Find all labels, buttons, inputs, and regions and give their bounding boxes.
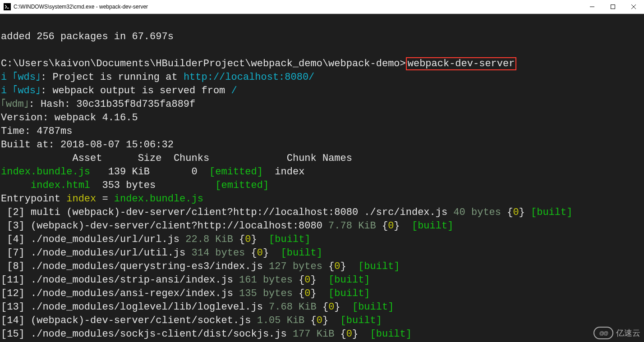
built-tag: [built] — [275, 247, 322, 259]
asset-chunkname: index — [275, 166, 304, 178]
brace: } — [251, 234, 257, 245]
brace: { — [382, 220, 388, 232]
mod-size: 22.8 KiB — [179, 234, 239, 245]
brace: } — [311, 288, 317, 299]
wds-text: : webpack output is served from — [41, 85, 231, 96]
version-label: Version: webpack — [1, 112, 102, 123]
serve-path: / — [231, 85, 237, 96]
built-tag: [built] — [406, 220, 454, 232]
entry-name: index — [66, 193, 96, 205]
built-tag: [built] — [334, 315, 382, 326]
built-tag: [built] — [263, 234, 311, 245]
brace: { — [311, 315, 317, 326]
brace: } — [519, 207, 525, 218]
built-tag: [built] — [352, 261, 400, 272]
built-tag: [built] — [525, 207, 573, 218]
command-typed: webpack-dev-server — [406, 57, 517, 70]
maximize-button[interactable] — [603, 0, 623, 14]
output-line: added 256 packages in 67.697s — [1, 31, 174, 42]
asset-status: [emitted] — [215, 180, 269, 191]
mod-id: [13] — [1, 301, 31, 313]
mod-path: (webpack)-dev-server/client?http://local… — [31, 220, 322, 232]
mod-path: ./node_modules/sockjs-client/dist/sockjs… — [31, 328, 287, 340]
mod-id: [12] — [1, 288, 31, 299]
built-time: 15:06:32 — [126, 139, 174, 150]
brace: } — [394, 220, 400, 232]
built-tag: [built] — [322, 288, 370, 299]
mod-size: 314 bytes — [185, 247, 251, 259]
wds-tag: i ｢wds｣ — [1, 85, 41, 96]
chunk-n: 0 — [513, 207, 519, 218]
asset-chunks: 0 — [192, 166, 198, 178]
mod-path: multi (webpack)-dev-server/client?http:/… — [31, 207, 447, 218]
mod-id: [15] — [1, 328, 31, 340]
mod-path: ./node_modules/strip-ansi/index.js — [31, 274, 233, 286]
window-controls — [582, 0, 644, 14]
col-chunknames: Chunk Names — [287, 153, 352, 164]
window-titlebar: C:\WINDOWS\system32\cmd.exe - webpack-de… — [0, 0, 644, 14]
chunk-n: 0 — [346, 328, 352, 340]
mod-size: 177 KiB — [287, 328, 340, 340]
time-value: 4787ms — [37, 126, 72, 137]
mod-path: ./node_modules/url/url.js — [31, 234, 179, 245]
chunk-n: 0 — [257, 247, 263, 259]
built-tag: [built] — [346, 301, 394, 313]
svg-rect-2 — [611, 5, 615, 9]
mod-path: ./node_modules/querystring-es3/index.js — [31, 261, 263, 272]
brace: { — [340, 328, 346, 340]
mod-id: [4] — [7, 234, 31, 245]
mod-size: 1.05 KiB — [251, 315, 311, 326]
mod-id: [8] — [7, 261, 31, 272]
brace: { — [322, 301, 328, 313]
mod-size: 7.68 KiB — [263, 301, 322, 313]
brace: } — [352, 328, 358, 340]
asset-size: 139 KiB — [108, 166, 150, 178]
brace: } — [340, 261, 346, 272]
watermark: 亿速云 — [593, 327, 640, 339]
wds-text: : Project is running at — [41, 72, 184, 83]
prompt-path: C:\Users\kaivon\Documents\HBuilderProjec… — [1, 58, 406, 69]
version-value: 4.16.5 — [102, 112, 138, 123]
minimize-button[interactable] — [582, 0, 603, 14]
mod-path: ./node_modules/url/util.js — [31, 247, 185, 259]
close-button[interactable] — [623, 0, 644, 14]
chunk-n: 0 — [388, 220, 394, 232]
mod-size: 127 bytes — [263, 261, 328, 272]
entry-eq: = — [96, 193, 114, 205]
mod-size: 40 bytes — [447, 207, 507, 218]
brace: { — [299, 274, 304, 286]
time-label: Time: — [1, 126, 37, 137]
chunk-n: 0 — [317, 315, 322, 326]
mod-id: [14] — [1, 315, 31, 326]
mod-size: 135 bytes — [233, 288, 299, 299]
wdm-tag: ｢wdm｣ — [1, 99, 29, 110]
mod-id: [3] — [7, 220, 31, 232]
brace: { — [328, 261, 334, 272]
brace: { — [507, 207, 513, 218]
watermark-text: 亿速云 — [616, 328, 640, 338]
mod-id: [7] — [7, 247, 31, 259]
brace: } — [334, 301, 340, 313]
terminal-output[interactable]: added 256 packages in 67.697s C:\Users\k… — [0, 14, 644, 342]
mod-path: ./node_modules/loglevel/lib/loglevel.js — [31, 301, 263, 313]
col-asset: Asset — [72, 153, 102, 164]
mod-size: 7.78 KiB — [322, 220, 382, 232]
brace: } — [322, 315, 328, 326]
hash-label: : Hash: — [29, 99, 77, 110]
server-url: http://localhost:8080/ — [184, 72, 314, 83]
chunk-n: 0 — [328, 301, 334, 313]
cloud-icon — [593, 327, 613, 339]
chunk-n: 0 — [245, 234, 251, 245]
cmd-icon — [4, 3, 11, 10]
hash-value: 30c31b35f8d735fa889f — [76, 99, 195, 110]
mod-id: [11] — [1, 274, 31, 286]
asset-status: [emitted] — [209, 166, 263, 178]
chunk-n: 0 — [304, 274, 310, 286]
col-chunks: Chunks — [174, 153, 209, 164]
entry-label: Entrypoint — [1, 193, 66, 205]
window-title: C:\WINDOWS\system32\cmd.exe - webpack-de… — [14, 4, 148, 10]
built-tag: [built] — [322, 274, 370, 286]
entry-file: index.bundle.js — [114, 193, 203, 205]
mod-path: ./node_modules/ansi-regex/index.js — [31, 288, 233, 299]
built-label: Built at: 2018-08-07 — [1, 139, 126, 150]
